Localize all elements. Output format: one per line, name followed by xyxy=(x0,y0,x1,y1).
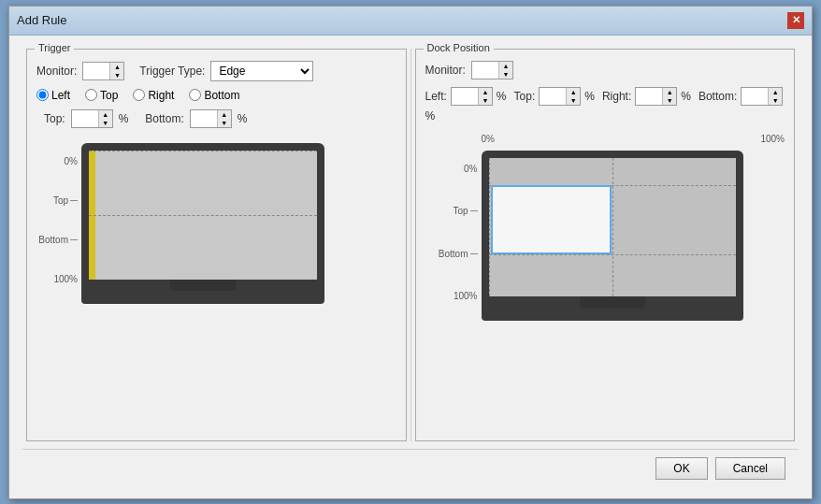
monitor-down-btn[interactable]: ▼ xyxy=(110,71,123,79)
dock-bottom-down[interactable]: ▼ xyxy=(769,96,782,105)
dock-top-up[interactable]: ▲ xyxy=(567,88,580,96)
dock-rect xyxy=(491,185,612,254)
trigger-bottom-line xyxy=(89,215,317,216)
trigger-panel-title: Trigger xyxy=(35,42,74,53)
bottom-label: Bottom: xyxy=(145,112,183,125)
dock-right-spinner[interactable]: 50 ▲ ▼ xyxy=(635,87,677,106)
dock-ltrb-row: Left: 0 ▲ ▼ % Top: 0 ▲ ▼ xyxy=(425,87,785,122)
dock-right-label: Right: xyxy=(602,90,631,103)
trigger-pct-0: 0% xyxy=(65,156,78,166)
dock-left-unit: % xyxy=(497,90,507,103)
dock-screen xyxy=(489,158,736,296)
bottom-spinner[interactable]: 50 ▲ ▼ xyxy=(190,109,232,128)
trigger-top-annotation: Top xyxy=(53,195,78,206)
top-up-btn[interactable]: ▲ xyxy=(99,110,112,119)
radio-left[interactable]: Left xyxy=(36,89,70,102)
dock-left-input[interactable]: 0 xyxy=(452,88,478,105)
dock-top-input[interactable]: 0 xyxy=(540,88,566,105)
dock-monitor xyxy=(482,151,743,321)
dock-left-dash-line xyxy=(489,158,490,296)
trigger-top-annotation-label: Top xyxy=(53,195,68,206)
dock-monitor-input[interactable]: 1 xyxy=(472,62,498,79)
radio-top-label: Top xyxy=(100,89,118,102)
dock-monitor-label: Monitor: xyxy=(425,64,466,77)
bottom-spinner-btns: ▲ ▼ xyxy=(217,110,231,127)
trigger-screen xyxy=(89,151,317,280)
top-down-btn[interactable]: ▼ xyxy=(99,119,112,127)
dialog-title: Add Rule xyxy=(17,13,66,27)
radio-right[interactable]: Right xyxy=(133,89,174,102)
radio-right-label: Right xyxy=(148,89,174,102)
trigger-type-select[interactable]: Edge Window Time xyxy=(210,61,313,81)
trigger-pct-100: 100% xyxy=(53,274,78,284)
dock-left-spinner[interactable]: 0 ▲ ▼ xyxy=(451,87,493,106)
dock-pct-0-left: 0% xyxy=(482,134,495,144)
dock-monitor-spinner[interactable]: 1 ▲ ▼ xyxy=(471,61,513,79)
dock-top-spinner[interactable]: 0 ▲ ▼ xyxy=(539,87,581,106)
dock-left-down[interactable]: ▼ xyxy=(479,96,492,105)
dock-pct-100-right: 100% xyxy=(760,134,785,144)
monitor-stand xyxy=(170,280,236,291)
dock-monitor-stand xyxy=(580,296,645,308)
trigger-bottom-annotation-label: Bottom xyxy=(38,235,68,245)
dock-bottom-label: Bottom: xyxy=(699,90,737,103)
dock-top-label: Top: xyxy=(514,90,536,103)
dock-monitor-up-btn[interactable]: ▲ xyxy=(499,62,512,70)
top-bottom-row: Top: 0 ▲ ▼ % Bottom: 50 ▲ ▼ xyxy=(36,109,396,128)
trigger-top-line xyxy=(89,151,317,151)
panel-divider xyxy=(410,49,411,441)
radio-left-label: Left xyxy=(51,89,70,102)
radio-bottom-label: Bottom xyxy=(204,89,239,102)
dock-right-unit: % xyxy=(681,90,691,103)
bottom-up-btn[interactable]: ▲ xyxy=(218,110,231,119)
trigger-top-row: Monitor: 1 ▲ ▼ Trigger Type: Edge Window… xyxy=(36,61,396,81)
close-button[interactable]: ✕ xyxy=(787,12,804,29)
trigger-viz-container: 0% Top Bottom 100% xyxy=(36,143,396,304)
dock-viz-container: 0% 100% 0% Top Bottom 100% xyxy=(425,151,785,321)
monitor-input[interactable]: 1 xyxy=(83,63,109,79)
dock-panel: Dock Position Monitor: 1 ▲ ▼ Left: xyxy=(415,49,796,441)
dock-bottom-annot: Bottom xyxy=(439,249,478,259)
dock-top-annot: Top xyxy=(453,206,477,216)
footer: OK Cancel xyxy=(22,449,799,489)
trigger-radio-row: Left Top Right Bottom xyxy=(36,89,396,102)
top-input[interactable]: 0 xyxy=(72,110,98,127)
trigger-type-label: Trigger Type: xyxy=(139,65,205,78)
add-rule-dialog: Add Rule ✕ Trigger Monitor: 1 ▲ ▼ xyxy=(8,6,813,499)
dock-monitor-row: Monitor: 1 ▲ ▼ xyxy=(425,61,785,79)
dock-right-up[interactable]: ▲ xyxy=(663,88,676,96)
ok-button[interactable]: OK xyxy=(655,457,707,480)
dock-top-unit: % xyxy=(584,90,595,103)
monitor-up-btn[interactable]: ▲ xyxy=(110,63,123,71)
monitor-label: Monitor: xyxy=(36,65,77,78)
monitor-spinner[interactable]: 1 ▲ ▼ xyxy=(82,62,124,80)
dock-right-input[interactable]: 50 xyxy=(636,88,662,105)
dock-bottom-input[interactable]: 50 xyxy=(742,88,768,105)
dock-pct-100-annot: 100% xyxy=(454,291,478,301)
top-spinner[interactable]: 0 ▲ ▼ xyxy=(71,109,113,128)
dock-left-annotations: 0% Top Bottom 100% xyxy=(425,164,478,302)
bottom-unit: % xyxy=(238,112,248,125)
dock-left-up[interactable]: ▲ xyxy=(479,88,492,96)
dock-bottom-annot-label: Bottom xyxy=(439,249,468,259)
dock-monitor-down-btn[interactable]: ▼ xyxy=(499,70,512,79)
top-unit: % xyxy=(119,112,129,125)
dialog-body: Trigger Monitor: 1 ▲ ▼ Trigger Type: Edg… xyxy=(9,36,812,498)
dock-bottom-up[interactable]: ▲ xyxy=(769,88,782,96)
bottom-input[interactable]: 50 xyxy=(191,110,217,127)
trigger-bottom-annotation: Bottom xyxy=(38,235,78,245)
dock-pct-0-annot: 0% xyxy=(464,164,477,174)
trigger-left-annotations: 0% Top Bottom 100% xyxy=(36,156,78,285)
dock-bottom-spinner[interactable]: 50 ▲ ▼ xyxy=(741,87,783,106)
dock-panel-title: Dock Position xyxy=(424,42,494,53)
bottom-down-btn[interactable]: ▼ xyxy=(218,119,231,127)
dock-bottom-unit: % xyxy=(425,109,436,122)
radio-bottom[interactable]: Bottom xyxy=(189,89,239,102)
dock-top-down[interactable]: ▼ xyxy=(567,96,580,105)
dock-top-annot-label: Top xyxy=(453,206,468,216)
dock-right-down[interactable]: ▼ xyxy=(663,96,676,105)
top-label: Top: xyxy=(44,112,65,125)
radio-top[interactable]: Top xyxy=(85,89,118,102)
top-spinner-btns: ▲ ▼ xyxy=(98,110,112,127)
cancel-button[interactable]: Cancel xyxy=(715,457,785,480)
